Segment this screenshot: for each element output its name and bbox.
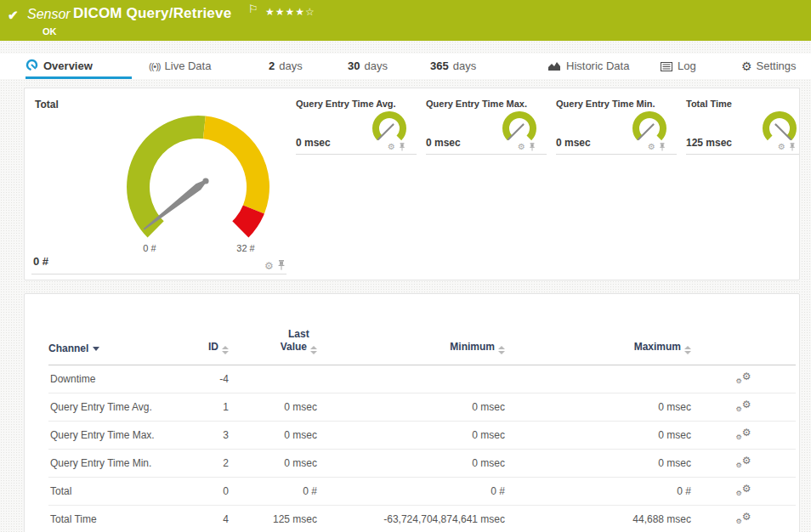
ok-check-icon: ✔ bbox=[8, 8, 19, 23]
tab-live-data[interactable]: ((•))Live Data bbox=[149, 54, 211, 79]
priority-stars[interactable]: ★★★★☆ bbox=[265, 6, 315, 18]
column-header-actions bbox=[691, 320, 796, 365]
pin-icon[interactable] bbox=[399, 139, 406, 155]
header-label: Maximum bbox=[634, 341, 681, 353]
column-header-last-value[interactable]: LastValue bbox=[229, 320, 317, 365]
pin-icon[interactable] bbox=[789, 139, 796, 155]
channel-maximum: 0 msec bbox=[505, 393, 691, 421]
gear-icon: ⚙ bbox=[741, 59, 752, 73]
tab-label: Historic Data bbox=[566, 59, 629, 72]
channel-id: 0 bbox=[195, 477, 229, 505]
total-gauge bbox=[117, 114, 279, 258]
divider bbox=[686, 154, 800, 155]
mini-gauge-query-entry-time-min: Query Entry Time Min. 0 msec ⚙ bbox=[556, 99, 679, 158]
channel-minimum: 0 msec bbox=[317, 421, 505, 449]
header-label: Channel bbox=[48, 342, 88, 354]
channel-settings-icon[interactable]: ⚙⚙ bbox=[736, 399, 751, 412]
table-row: Total Time 4 125 msec -63,724,704,874,64… bbox=[48, 505, 796, 532]
header-label: Value bbox=[281, 341, 307, 353]
column-header-maximum[interactable]: Maximum bbox=[505, 320, 691, 365]
mini-gauge-title: Query Entry Time Avg. bbox=[296, 99, 396, 109]
gauge-actions[interactable]: ⚙ bbox=[264, 258, 286, 274]
tab-log[interactable]: Log bbox=[661, 54, 696, 79]
channel-settings-icon[interactable]: ⚙⚙ bbox=[736, 512, 751, 524]
channel-settings-icon[interactable]: ⚙⚙ bbox=[736, 427, 751, 440]
column-header-id[interactable]: ID bbox=[195, 320, 229, 365]
tab-label: Settings bbox=[757, 59, 797, 72]
channel-maximum bbox=[505, 365, 691, 393]
table-row: Total 0 0 # 0 # 0 # ⚙⚙ bbox=[48, 477, 796, 505]
object-kind-label: Sensor bbox=[27, 7, 71, 22]
channel-name: Query Entry Time Min. bbox=[48, 449, 195, 477]
gauge-actions[interactable]: ⚙ bbox=[778, 139, 796, 155]
column-header-channel[interactable]: Channel bbox=[48, 320, 195, 365]
prtg-sensor-page: ✔ Sensor DICOM Query/Retrieve ⚐ ★★★★☆ OK… bbox=[0, 0, 811, 532]
channel-id: 4 bbox=[195, 505, 229, 532]
table-row: Downtime -4 ⚙⚙ bbox=[48, 365, 796, 393]
overview-gauges-panel: Total 0 # 32 # 0 # ⚙ bbox=[24, 88, 800, 280]
mini-gauge-title: Query Entry Time Min. bbox=[556, 99, 655, 109]
divider bbox=[31, 274, 286, 274]
header-label: Minimum bbox=[450, 341, 495, 353]
channels-table: Channel ID LastValue Minimum Maximum Dow… bbox=[48, 320, 796, 532]
sensor-title: DICOM Query/Retrieve bbox=[73, 5, 231, 22]
channel-minimum: 0 msec bbox=[317, 449, 505, 477]
mini-gauge-query-entry-time-avg: Query Entry Time Avg. 0 msec ⚙ bbox=[296, 99, 419, 158]
channel-last-value: 0 # bbox=[229, 477, 317, 505]
mini-gauge-value: 0 msec bbox=[556, 137, 591, 149]
stars-filled[interactable]: ★★★★ bbox=[265, 6, 305, 18]
gear-icon[interactable]: ⚙ bbox=[388, 142, 395, 152]
channel-name: Downtime bbox=[48, 365, 195, 393]
channel-minimum: 0 # bbox=[317, 477, 505, 505]
channel-name: Total bbox=[48, 477, 195, 505]
tab-30-days[interactable]: 30days bbox=[348, 54, 388, 79]
gauge-scale-min: 0 # bbox=[131, 243, 168, 253]
pin-icon[interactable] bbox=[529, 139, 536, 155]
gauge-scale-max: 32 # bbox=[227, 243, 264, 253]
channel-minimum bbox=[317, 365, 505, 393]
channel-id: -4 bbox=[195, 365, 229, 393]
mini-gauge-value: 0 msec bbox=[426, 137, 461, 149]
gauge-actions[interactable]: ⚙ bbox=[518, 139, 536, 155]
channel-settings-icon[interactable]: ⚙⚙ bbox=[736, 456, 751, 468]
sort-desc-icon bbox=[93, 347, 99, 351]
live-data-icon: ((•)) bbox=[149, 61, 161, 71]
tab-label: Log bbox=[678, 59, 696, 72]
gauge-actions[interactable]: ⚙ bbox=[648, 139, 666, 155]
main-gauge-value: 0 # bbox=[33, 255, 48, 268]
gear-icon[interactable]: ⚙ bbox=[778, 142, 785, 152]
channel-settings-icon[interactable]: ⚙⚙ bbox=[736, 371, 751, 384]
sort-icon bbox=[684, 346, 691, 354]
channel-minimum: 0 msec bbox=[317, 393, 505, 421]
priority-flag-icon[interactable]: ⚐ bbox=[248, 3, 258, 15]
channel-settings-icon[interactable]: ⚙⚙ bbox=[736, 484, 751, 496]
tab-365-days[interactable]: 365days bbox=[430, 54, 476, 79]
gear-icon[interactable]: ⚙ bbox=[648, 142, 655, 152]
mini-gauge-query-entry-time-max: Query Entry Time Max. 0 msec ⚙ bbox=[426, 99, 549, 158]
header-label: Last bbox=[288, 328, 309, 340]
channel-name: Total Time bbox=[48, 505, 195, 532]
gear-icon[interactable]: ⚙ bbox=[264, 261, 274, 271]
tab-2-days[interactable]: 2days bbox=[269, 54, 303, 79]
tab-settings[interactable]: ⚙Settings bbox=[741, 54, 797, 79]
channel-id: 2 bbox=[195, 449, 229, 477]
mini-gauge-value: 0 msec bbox=[296, 137, 331, 149]
channel-id: 1 bbox=[195, 393, 229, 421]
pin-icon[interactable] bbox=[659, 139, 666, 155]
pin-icon[interactable] bbox=[277, 258, 286, 274]
tab-overview[interactable]: Overview bbox=[26, 54, 132, 79]
gear-icon[interactable]: ⚙ bbox=[518, 142, 525, 152]
star-empty[interactable]: ☆ bbox=[305, 6, 315, 18]
channel-last-value: 125 msec bbox=[229, 505, 317, 532]
divider bbox=[296, 154, 417, 155]
channel-name: Query Entry Time Avg. bbox=[48, 393, 195, 421]
divider bbox=[426, 154, 547, 155]
tab-number: 2 bbox=[269, 59, 275, 72]
tab-label: days bbox=[279, 59, 302, 72]
channel-name: Query Entry Time Max. bbox=[48, 421, 195, 449]
column-header-minimum[interactable]: Minimum bbox=[317, 320, 505, 365]
tab-label: days bbox=[364, 59, 387, 72]
tab-historic-data[interactable]: Historic Data bbox=[548, 54, 629, 79]
sort-icon bbox=[222, 346, 229, 354]
gauge-actions[interactable]: ⚙ bbox=[388, 139, 406, 155]
